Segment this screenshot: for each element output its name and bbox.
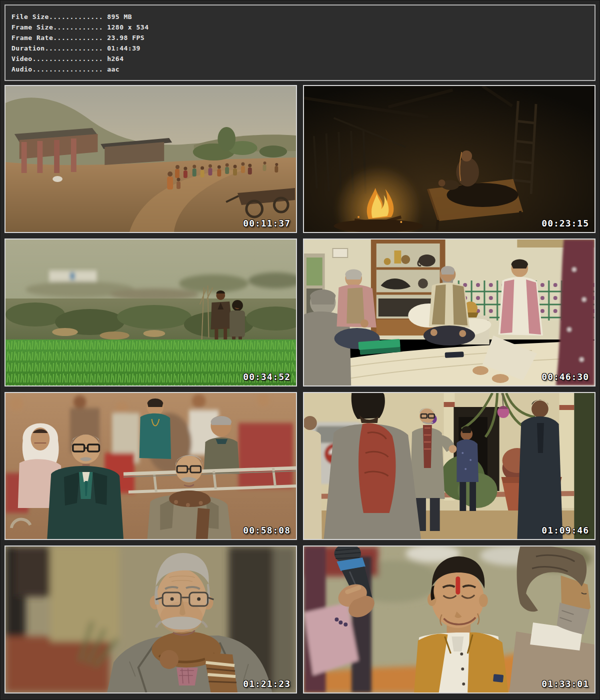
scene-living-room-meeting-illustration — [304, 240, 594, 386]
timestamp-overlay: 00:11:37 — [243, 218, 290, 228]
timestamp-overlay: 00:34:52 — [243, 372, 290, 382]
scene-village-street-illustration — [6, 86, 296, 232]
video-codec-row: Video.................h264 — [12, 54, 588, 64]
timestamp-overlay: 00:23:15 — [542, 218, 589, 228]
timestamp-overlay: 01:33:01 — [542, 678, 589, 689]
man-far-left — [304, 416, 322, 539]
video-codec-label: Video — [12, 55, 32, 62]
duration-row: Duration..............01:44:39 — [12, 43, 588, 54]
scene-courtyard-confrontation-illustration — [304, 393, 594, 539]
audio-codec-row: Audio.................aac — [12, 64, 588, 74]
frame-rate-row: Frame Rate............23.98 FPS — [12, 32, 588, 43]
timestamp-overlay: 00:46:30 — [542, 372, 589, 382]
screenshot-thumbnail: 00:11:37 — [4, 85, 297, 233]
audio-codec-value: aac — [103, 66, 120, 73]
dots-filler: .............. — [45, 44, 104, 52]
screenshot-thumbnail: 00:23:15 — [303, 85, 596, 233]
file-size-value: 895 MB — [103, 13, 132, 20]
timestamp-overlay: 00:58:08 — [243, 525, 290, 536]
file-info-panel: File Size.............895 MB Frame Size.… — [4, 4, 596, 81]
frame-size-label: Frame Size — [12, 24, 53, 31]
screenshot-grid: 00:11:37 — [4, 85, 596, 694]
file-size-row: File Size.............895 MB — [12, 12, 588, 22]
timestamp-overlay: 01:21:23 — [243, 678, 290, 689]
audio-codec-label: Audio — [12, 66, 32, 73]
screenshot-thumbnail: 00:58:08 — [4, 392, 297, 540]
screenshot-thumbnail: 01:33:01 — [303, 546, 596, 694]
duration-label: Duration — [12, 44, 45, 52]
scene-closeup-elderly-man-illustration — [6, 546, 296, 692]
screenshot-thumbnail: 01:09:46 — [303, 392, 596, 540]
media-info-page: File Size.............895 MB Frame Size.… — [0, 0, 600, 700]
dots-filler: ............. — [49, 13, 103, 20]
video-codec-value: h264 — [103, 55, 124, 62]
mobile-phone — [445, 352, 464, 358]
scene-field-children-illustration — [6, 240, 296, 386]
duration-value: 01:44:39 — [103, 44, 140, 52]
frame-rate-value: 23.98 FPS — [103, 34, 144, 42]
scene-night-campfire-illustration — [304, 86, 594, 232]
frame-rate-label: Frame Rate — [12, 34, 53, 42]
screenshot-thumbnail: 00:34:52 — [4, 238, 297, 386]
screenshot-thumbnail: 00:46:30 — [303, 238, 596, 386]
dots-filler: ............ — [53, 24, 103, 31]
dots-filler: ............ — [53, 34, 103, 42]
dots-filler: ................. — [32, 55, 104, 62]
timestamp-overlay: 01:09:46 — [542, 525, 589, 536]
dots-filler: ................. — [32, 66, 104, 73]
scene-outdoor-audience-illustration — [6, 393, 296, 539]
file-size-label: File Size — [12, 13, 49, 20]
screenshot-thumbnail: 01:21:23 — [4, 546, 297, 694]
frame-size-value: 1280 x 534 — [103, 24, 148, 31]
frame-size-row: Frame Size............1280 x 534 — [12, 22, 588, 32]
scene-smiling-man-microphone-illustration — [304, 546, 594, 692]
